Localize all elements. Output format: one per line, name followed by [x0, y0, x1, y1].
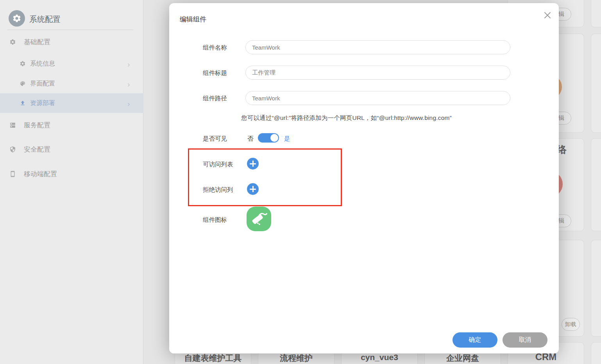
cancel-button[interactable]: 取消: [503, 332, 547, 348]
sidebar-item-service-config[interactable]: 服务配置: [0, 116, 143, 134]
card-title: 自建表维护工具: [175, 353, 251, 364]
confirm-button[interactable]: 确定: [453, 332, 497, 348]
close-icon[interactable]: [542, 10, 553, 20]
card-title: 企业网盘: [424, 353, 501, 364]
app-card: [591, 342, 601, 364]
toggle-on-label: 是: [284, 135, 290, 143]
card-title: cyn_vue3: [341, 353, 418, 362]
highlight-rectangle: [188, 148, 342, 206]
sidebar-item-label: 服务配置: [24, 121, 50, 130]
app-card: [591, 0, 601, 27]
allow-list-label: 可访问列表: [203, 161, 246, 169]
component-name-input[interactable]: [245, 40, 510, 54]
sidebar-title: 系统配置: [29, 14, 61, 25]
visible-label: 是否可见: [203, 135, 246, 143]
app-window: 编辑 编辑 络 编辑 卸载 自建表维护工具 流程维护 cyn_vue3 企业网盘…: [0, 0, 601, 364]
toggle-off-label: 否: [247, 135, 254, 143]
chevron-right-icon: [127, 62, 131, 66]
app-card: [591, 138, 601, 231]
handshake-icon: [249, 209, 269, 230]
component-path-label: 组件路径: [203, 95, 246, 103]
app-card: [591, 240, 601, 337]
chevron-right-icon: [127, 101, 131, 105]
card-title: 流程维护: [258, 353, 334, 364]
component-path-input[interactable]: [245, 91, 510, 105]
chevron-right-icon: [127, 82, 131, 86]
sidebar-item-security-config[interactable]: 安全配置: [0, 141, 143, 158]
sidebar-item-ui-config[interactable]: 界面配置: [0, 75, 143, 92]
plus-icon: [252, 161, 254, 167]
visible-toggle[interactable]: [258, 133, 279, 143]
gear-icon: [20, 61, 26, 67]
deny-list-label: 拒绝访问列: [203, 186, 246, 194]
sidebar-item-label: 移动端配置: [24, 170, 57, 178]
sidebar-item-label: 系统信息: [30, 60, 55, 68]
component-icon-label: 组件图标: [203, 216, 246, 224]
gear-icon: [9, 10, 25, 27]
add-allow-button[interactable]: [247, 158, 259, 170]
shield-icon: [9, 146, 16, 153]
sidebar: 系统配置 基础配置 系统信息 界面配置 资源部署 服务配置 安全配置: [0, 0, 143, 364]
mobile-icon: [9, 171, 16, 177]
sidebar-item-label: 基础配置: [24, 37, 50, 46]
component-title-label: 组件标题: [203, 69, 246, 77]
plus-icon: [252, 186, 254, 192]
sidebar-item-basic-config[interactable]: 基础配置: [0, 33, 143, 50]
sidebar-item-label: 安全配置: [24, 145, 50, 154]
dialog-title: 编辑组件: [180, 15, 206, 24]
component-title-input[interactable]: [245, 66, 510, 80]
add-deny-button[interactable]: [247, 183, 259, 195]
sidebar-item-resource-deploy[interactable]: 资源部署: [0, 93, 143, 113]
app-card: [591, 34, 601, 133]
toggle-knob: [270, 134, 278, 142]
server-icon: [9, 122, 16, 128]
sidebar-item-label: 资源部署: [30, 99, 55, 107]
palette-icon: [20, 80, 26, 87]
sidebar-item-label: 界面配置: [30, 80, 55, 88]
sidebar-header: 系统配置: [0, 0, 143, 30]
deploy-icon: [20, 100, 26, 107]
sidebar-item-mobile-config[interactable]: 移动端配置: [0, 165, 143, 182]
divider: [7, 30, 134, 30]
component-name-label: 组件名称: [203, 44, 246, 52]
edit-component-dialog: 编辑组件 组件名称 组件标题 组件路径 您可以通过“@url:”将路径添加为一个…: [169, 3, 559, 353]
gear-icon: [9, 39, 16, 45]
component-icon-picker[interactable]: [247, 207, 271, 231]
path-hint-text: 您可以通过“@url:”将路径添加为一个网页URL，如“@url:http://…: [241, 114, 452, 122]
uninstall-badge[interactable]: 卸载: [562, 318, 580, 331]
sidebar-item-system-info[interactable]: 系统信息: [0, 55, 143, 72]
